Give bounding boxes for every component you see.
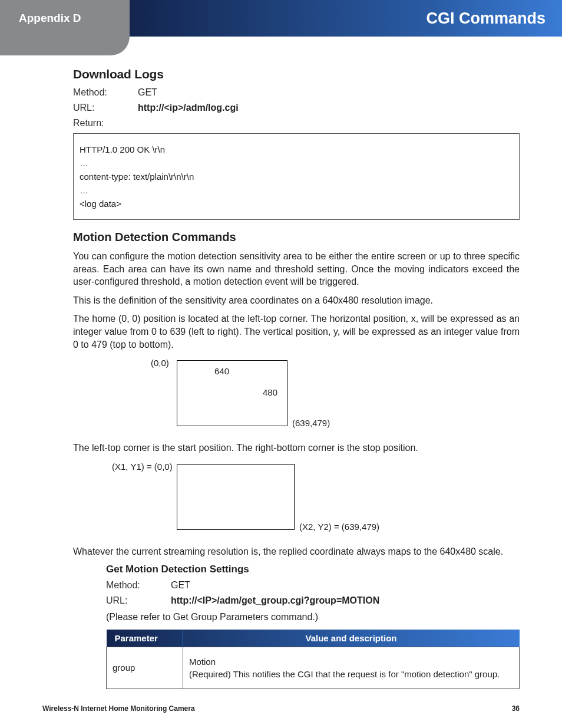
method-label: Method: xyxy=(73,87,138,98)
th-parameter: Parameter xyxy=(107,630,183,647)
diagram1-h: 480 xyxy=(263,387,277,397)
page-title: CGI Commands xyxy=(130,0,562,37)
td-param: group xyxy=(107,647,183,689)
coordinate-diagram-2: (X1, Y1) = (0,0) (X2, Y2) = (639,479) xyxy=(73,460,520,537)
motion-p4: The left-top corner is the start positio… xyxy=(73,442,520,454)
code-line: … xyxy=(80,158,513,168)
code-line: <log data> xyxy=(80,199,513,209)
parameter-table: Parameter Value and description group Mo… xyxy=(106,630,520,689)
gm-method-label: Method: xyxy=(106,580,171,591)
footer-page-number: 36 xyxy=(512,704,520,713)
header-bar: Appendix D CGI Commands xyxy=(0,0,562,37)
download-logs-heading: Download Logs xyxy=(73,67,520,81)
diagram1-tl: (0,0) xyxy=(151,358,169,368)
code-line: content-type: text/plain\r\n\r\n xyxy=(80,172,513,182)
diagram2-br: (X2, Y2) = (639,479) xyxy=(299,522,379,532)
motion-p2: This is the definition of the sensitivit… xyxy=(73,294,520,307)
diagram2-tl: (X1, Y1) = (0,0) xyxy=(112,462,173,472)
footer: Wireless-N Internet Home Monitoring Came… xyxy=(42,704,520,713)
url-value: http://<ip>/adm/log.cgi xyxy=(138,103,520,113)
gm-url-label: URL: xyxy=(106,595,171,606)
code-line: HTTP/1.0 200 OK \r\n xyxy=(80,144,513,154)
td-value: Motion (Required) This notifies the CGI … xyxy=(183,647,520,689)
coordinate-diagram-1: (0,0) 640 480 (639,479) xyxy=(73,357,520,433)
motion-p1: You can configure the motion detection s… xyxy=(73,250,520,288)
diagram1-br: (639,479) xyxy=(292,418,330,428)
diagram1-w: 640 xyxy=(214,366,229,376)
appendix-label: Appendix D xyxy=(0,0,130,37)
return-label: Return: xyxy=(73,118,138,129)
return-code-box: HTTP/1.0 200 OK \r\n … content-type: tex… xyxy=(73,133,520,220)
gm-method-value: GET xyxy=(171,580,520,591)
motion-p3: The home (0, 0) position is located at t… xyxy=(73,312,520,351)
td-value-line1: Motion xyxy=(189,657,513,667)
header-corner xyxy=(0,37,130,55)
table-row: group Motion (Required) This notifies th… xyxy=(107,647,520,689)
motion-p5: Whatever the current streaming resolutio… xyxy=(73,545,520,558)
footer-left: Wireless-N Internet Home Monitoring Came… xyxy=(42,704,195,713)
gm-note: (Please refer to Get Group Parameters co… xyxy=(106,611,520,624)
gm-url-value: http://<IP>/adm/get_group.cgi?group=MOTI… xyxy=(171,595,520,606)
th-value: Value and description xyxy=(183,630,520,647)
motion-heading: Motion Detection Commands xyxy=(73,230,520,244)
method-value: GET xyxy=(138,87,520,98)
url-label: URL: xyxy=(73,103,138,113)
code-line: … xyxy=(80,185,513,195)
get-motion-heading: Get Motion Detection Settings xyxy=(106,564,520,575)
td-value-line2: (Required) This notifies the CGI that th… xyxy=(189,669,513,679)
